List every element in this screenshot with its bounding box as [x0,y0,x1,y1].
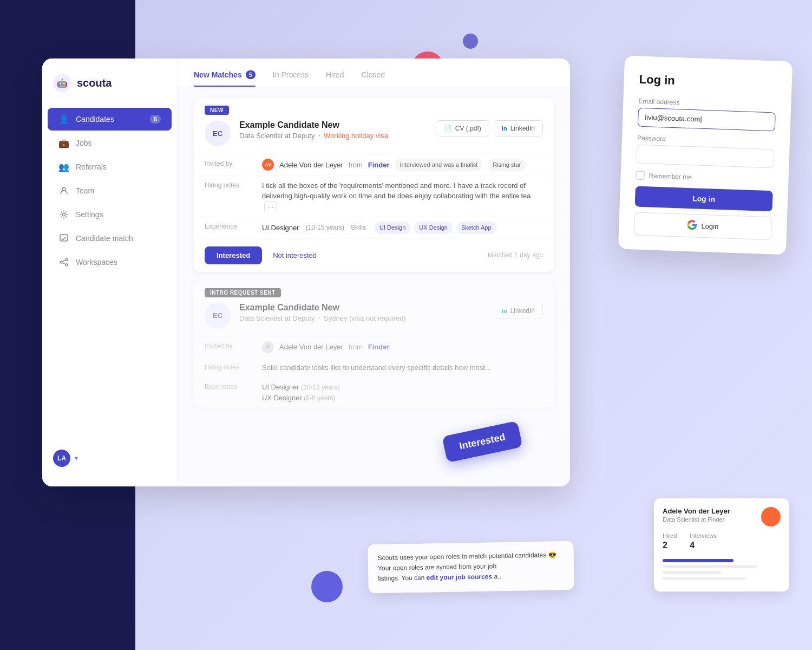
tab-in-process[interactable]: In Process [273,70,309,87]
candidates-badge: 5 [150,115,161,123]
google-login-label: Login [701,222,718,231]
sidebar-label-team: Team [76,186,94,195]
linkedin-button-2[interactable]: in LinkedIn [494,303,543,319]
hiring-notes-text-1: I tick all the boxes of the 'requirement… [262,181,531,200]
candidates-icon: 👤 [58,114,69,125]
svg-point-5 [66,264,68,266]
skill-ux-design: UX Design [414,222,453,234]
candidate-title-1: Data Scientist at Deputy [239,132,315,140]
sidebar-label-candidate-match: Candidate match [76,234,133,243]
hired-label: Hired [663,532,677,539]
interested-button-1[interactable]: Interested [205,246,262,264]
linkedin-label-2: LinkedIn [510,307,535,315]
tab-new-matches[interactable]: New Matches 5 [194,70,256,87]
not-interested-button-1[interactable]: Not interested [269,246,321,264]
preview-line-2 [663,565,757,568]
notes-more-button-1[interactable]: ··· [264,202,277,212]
linkedin-icon-2: in [502,308,507,314]
inviter-from-1: from [349,160,363,171]
info-link[interactable]: edit your job sources [427,573,493,582]
remember-row: Remember me [636,171,773,185]
invited-by-label-1: Invited by [205,159,253,167]
card-actions-1: 📄 CV (.pdf) in LinkedIn [436,120,543,136]
sidebar-item-candidates[interactable]: 👤 Candidates 5 [48,108,172,131]
logo-area: 🤖 scouta [42,74,177,107]
card-badge-intro: INTRO REQUEST SENT [205,288,281,297]
tab-hired[interactable]: Hired [326,70,344,87]
sidebar-label-candidates: Candidates [76,115,114,123]
preview-line-1 [663,559,734,562]
login-google-button[interactable]: Login [634,212,772,240]
app-name: scouta [77,77,112,89]
tab-in-process-label: In Process [273,70,309,79]
candidate-match-icon [58,233,69,244]
info-card-text: Scouta uses your open roles to match pot… [378,550,565,584]
experience-content-2: UI Designer (10-12 years) UX Designer (5… [262,382,543,403]
workspaces-icon [58,257,69,268]
preview-line-4 [663,577,745,580]
login-primary-button[interactable]: Log in [635,186,773,212]
interviews-label: Interviews [690,532,717,539]
app-logo-icon: 🤖 [53,74,71,92]
candidate-card-1: NEW EC Example Candidate New Data Scient… [194,98,554,272]
candidate-name-2: Example Candidate New [239,303,485,313]
team-icon [58,185,69,196]
password-input[interactable] [636,145,774,168]
experience-row-2: Experience UI Designer (10-12 years) UX … [194,377,554,407]
experience-row-1: Experience UI Designer (10-15 years) Ski… [194,217,554,238]
interested-bubble-text: Interested [459,431,506,451]
tab-hired-label: Hired [326,70,344,79]
svg-line-6 [62,260,66,262]
exp-title-2a: UI Designer [262,383,299,391]
linkedin-button-1[interactable]: in LinkedIn [494,120,543,136]
exp-title-1: UI Designer [262,223,299,233]
email-input[interactable] [638,108,776,132]
candidate-card-2: INTRO REQUEST SENT EC Example Candidate … [194,281,554,408]
card-badge-new: NEW [205,106,229,115]
jobs-icon: 💼 [58,138,69,148]
cv-icon: 📄 [444,125,452,132]
tab-closed-label: Closed [361,70,385,79]
cv-button[interactable]: 📄 CV (.pdf) [436,120,489,136]
hiring-notes-content-1: I tick all the boxes of the 'requirement… [262,180,543,213]
card-footer-1: Interested Not interested Matched 1 day … [194,238,554,272]
user-avatar: LA [53,450,70,467]
hired-value: 2 [663,541,677,550]
exp-years-2b: (5-8 years) [304,394,335,402]
sidebar-item-team[interactable]: Team [48,179,172,202]
tag-finalist: Interviewed and was a finalist [395,159,483,171]
candidate-meta-1: Data Scientist at Deputy • Working holid… [239,132,427,140]
tab-new-matches-label: New Matches [194,70,242,79]
svg-point-3 [60,261,62,263]
hiring-notes-label-2: Hiring notes [205,362,253,371]
skill-sketch: Sketch App [456,222,496,234]
card-actions-2: in LinkedIn [494,303,543,319]
tab-closed[interactable]: Closed [361,70,385,87]
sidebar-item-jobs[interactable]: 💼 Jobs [48,132,172,154]
skills-chips-1: UI Design UX Design Sketch App [375,222,496,234]
matched-time-1: Matched 1 day ago [488,251,543,259]
info-card: Scouta uses your open roles to match pot… [368,541,574,593]
preview-card: Adele Von der Leyer Data Scientist at Fi… [654,498,789,592]
remember-checkbox[interactable] [636,171,645,180]
sidebar-item-referrals[interactable]: 👥 Referrals [48,155,172,178]
preview-lines [663,559,781,580]
card-header-2: EC Example Candidate New Data Scientist … [194,303,554,336]
candidate-location-1: Working holiday visa [324,132,388,140]
svg-point-4 [66,258,68,261]
inviter-name-1: Adele Von der Leyer [279,160,343,171]
remember-label: Remember me [649,172,692,181]
sidebar-item-candidate-match[interactable]: Candidate match [48,227,172,250]
chevron-down-icon: ▾ [75,454,78,462]
candidate-info-1: Example Candidate New Data Scientist at … [239,120,427,140]
preview-name: Adele Von der Leyer [663,507,730,515]
candidate-title-2: Data Scientist at Deputy [239,314,315,322]
preview-title: Data Scientist at Finder [663,516,730,523]
inviter-name-2: Adele Von der Leyer [279,342,343,353]
exp-years-1: (10-15 years) [306,223,344,232]
sidebar-item-workspaces[interactable]: Workspaces [48,251,172,274]
sidebar-item-settings[interactable]: Settings [48,203,172,226]
login-card: Log in Email address Password Remember m… [618,56,793,255]
inviter-from-2: from [349,342,363,353]
user-menu[interactable]: LA ▾ [53,450,166,467]
